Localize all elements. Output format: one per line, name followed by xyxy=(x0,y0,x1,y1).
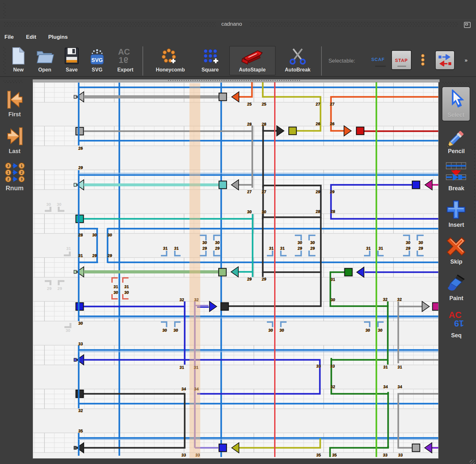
svg-text:SVG: SVG xyxy=(91,57,103,63)
svg-text:30: 30 xyxy=(46,202,51,207)
svg-text:28: 28 xyxy=(331,209,335,214)
svg-text:1: 1 xyxy=(21,164,23,168)
svg-text:30: 30 xyxy=(378,328,382,333)
svg-text:32: 32 xyxy=(78,408,83,413)
svg-text:30: 30 xyxy=(92,232,97,237)
svg-text:30: 30 xyxy=(108,232,112,237)
svg-text:30: 30 xyxy=(247,209,252,214)
svg-text:1: 1 xyxy=(119,55,123,65)
svg-text:29: 29 xyxy=(310,246,315,251)
svg-text:30: 30 xyxy=(66,328,70,333)
svg-text:2: 2 xyxy=(21,171,23,174)
svg-text:31: 31 xyxy=(280,246,285,251)
svg-text:29: 29 xyxy=(47,286,51,291)
svg-text:32: 32 xyxy=(383,297,387,302)
svg-text:27: 27 xyxy=(247,189,252,194)
svg-text:29: 29 xyxy=(330,189,334,194)
svg-text:19: 19 xyxy=(454,319,464,328)
svg-text:34: 34 xyxy=(182,387,186,391)
svg-text:30: 30 xyxy=(202,240,207,245)
svg-text:25: 25 xyxy=(247,102,252,106)
svg-text:29: 29 xyxy=(108,253,112,258)
svg-text:30: 30 xyxy=(162,328,167,333)
svg-text:27: 27 xyxy=(330,102,334,106)
svg-text:29: 29 xyxy=(247,277,252,281)
svg-text:29: 29 xyxy=(78,165,83,170)
svg-text:25: 25 xyxy=(262,102,266,106)
svg-text:31: 31 xyxy=(66,246,71,251)
svg-text:33: 33 xyxy=(398,453,403,457)
svg-text:34: 34 xyxy=(398,384,402,389)
svg-text:30: 30 xyxy=(298,240,302,245)
svg-text:31: 31 xyxy=(331,277,335,282)
svg-text:30: 30 xyxy=(215,240,220,245)
svg-text:35: 35 xyxy=(78,428,83,433)
svg-text:30: 30 xyxy=(57,202,61,207)
svg-text:29: 29 xyxy=(406,246,410,251)
svg-text:33: 33 xyxy=(78,341,83,346)
svg-text:35: 35 xyxy=(332,453,337,457)
svg-text:30: 30 xyxy=(78,321,83,326)
svg-text:33: 33 xyxy=(330,364,335,368)
svg-text:2: 2 xyxy=(7,177,9,181)
svg-text:29: 29 xyxy=(316,189,320,194)
svg-text:26: 26 xyxy=(330,121,334,126)
svg-text:29: 29 xyxy=(262,277,266,281)
svg-text:33: 33 xyxy=(383,453,387,457)
svg-text:32: 32 xyxy=(331,384,335,389)
svg-text:28: 28 xyxy=(247,122,252,126)
svg-text:33: 33 xyxy=(316,364,321,368)
svg-text:30: 30 xyxy=(280,328,284,333)
svg-text:30: 30 xyxy=(174,328,178,333)
svg-text:27: 27 xyxy=(262,189,266,194)
svg-text:27: 27 xyxy=(316,102,320,106)
svg-text:31: 31 xyxy=(398,365,402,369)
svg-text:30: 30 xyxy=(331,297,335,302)
svg-text:30: 30 xyxy=(114,290,118,295)
svg-text:29: 29 xyxy=(215,246,220,251)
svg-text:34: 34 xyxy=(383,384,388,389)
svg-text:29: 29 xyxy=(202,246,207,251)
svg-text:32: 32 xyxy=(397,297,402,302)
svg-text:29: 29 xyxy=(419,246,423,251)
svg-text:31: 31 xyxy=(124,284,129,289)
svg-text:30: 30 xyxy=(419,240,423,245)
svg-text:35: 35 xyxy=(316,453,321,457)
svg-text:28: 28 xyxy=(262,122,266,126)
svg-text:31: 31 xyxy=(269,246,274,251)
svg-text:1: 1 xyxy=(7,171,9,174)
svg-text:3: 3 xyxy=(7,164,9,168)
svg-text:30: 30 xyxy=(262,209,266,214)
svg-text:31: 31 xyxy=(366,246,371,251)
svg-text:26: 26 xyxy=(78,146,83,151)
svg-text:28: 28 xyxy=(316,209,320,214)
svg-text:26: 26 xyxy=(316,121,320,126)
svg-text:28: 28 xyxy=(78,232,83,237)
svg-text:31: 31 xyxy=(379,246,383,251)
svg-text:31: 31 xyxy=(114,284,118,289)
svg-text:33: 33 xyxy=(182,453,186,457)
svg-text:31: 31 xyxy=(174,246,179,251)
svg-text:30: 30 xyxy=(310,240,315,245)
svg-text:32: 32 xyxy=(180,297,184,302)
svg-text:31: 31 xyxy=(180,365,184,370)
svg-text:30: 30 xyxy=(406,240,410,245)
svg-text:31: 31 xyxy=(383,365,388,369)
svg-text:AC: AC xyxy=(449,310,461,320)
svg-text:30: 30 xyxy=(366,328,370,333)
svg-text:31: 31 xyxy=(78,253,83,258)
svg-text:29: 29 xyxy=(298,246,302,251)
svg-text:9: 9 xyxy=(124,55,128,65)
svg-text:30: 30 xyxy=(124,290,129,295)
svg-text:3: 3 xyxy=(21,177,23,181)
svg-text:30: 30 xyxy=(268,328,273,333)
svg-text:29: 29 xyxy=(57,286,62,291)
svg-text:31: 31 xyxy=(163,246,168,251)
svg-text:29: 29 xyxy=(92,253,97,258)
